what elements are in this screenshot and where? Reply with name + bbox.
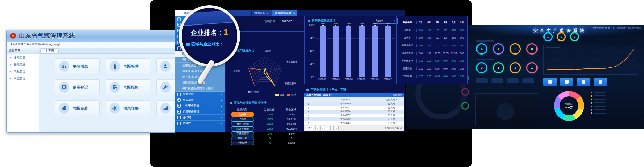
metric-button[interactable]: 平均疲劳 [231,141,254,145]
left-window-main: 主界面 单位信息 气瓶管理 [39,48,176,133]
module-tile[interactable]: 信息预警 [106,100,150,116]
sidebar-subitem[interactable]: 每日轨迹数据统计（测试） [175,86,225,92]
module-tile[interactable]: 气瓶充装 [55,100,100,116]
left-window-titlebar: ★ 山东省气瓶管理系统 [7,30,176,42]
sidebar-group[interactable]: 通行码 ∨ [175,115,225,121]
tile-grid: 单位信息 气瓶管理 [55,58,176,121]
module-tile[interactable] [156,79,176,95]
vehicle-row[interactable]: 3 鲁K96604 已入网 [304,110,404,114]
filter-caret-icon[interactable]: ▼ [395,99,397,101]
first-page-button[interactable]: « [315,126,319,130]
menu-item-label: 系统管理 [14,77,25,81]
query-date-dropdown[interactable]: 2022-07 ▼ [280,18,306,24]
sidebar-subitem[interactable]: 超速统计(基于运政) [175,68,225,74]
expand-plus-icon[interactable]: + [9,77,12,80]
module-tile[interactable]: 单位信息 [55,58,100,74]
next-page-button[interactable]: › [330,126,334,130]
admin-link[interactable]: 后台管理 [616,27,626,30]
module-tile[interactable]: 气瓶管理 [106,58,150,74]
detail-row: 平均疲劳 0 0.018 [226,141,304,146]
module-tile[interactable] [156,100,176,116]
month-value: 0.00 [450,67,458,70]
sidebar-group[interactable]: 整合运单 ∨ [175,97,225,103]
module-tile[interactable]: 使用登记 [55,79,100,95]
menu-item[interactable]: + 系统管理 [7,75,39,82]
row-number: 6 [304,122,312,124]
plate-column-header[interactable]: 车牌号 ⇅ [312,98,379,101]
vehicle-row[interactable]: 1 鲁KA1909 已入网 [304,102,404,106]
vehicle-row[interactable]: 2 鲁KA1117 已入网 [304,106,404,110]
metric-button[interactable]: 入网率 [231,112,254,117]
menu-header: 操作菜单 [7,48,39,54]
plate-number: 鲁KA1909 [312,102,379,106]
detail-row: 上线率 100% 99.91% [226,117,304,122]
tab-close-icon[interactable]: × [293,12,295,15]
bar-slot: 100 [320,26,326,77]
col-region[interactable]: 所在区域 [280,108,302,111]
region-value: 100% [281,113,302,116]
detail-table: 入网率 100% 100% 上线率 100% 99.91% 数据合格率 100%… [226,112,304,145]
metric-button[interactable]: 超速次数 [231,136,254,140]
sidebar-group[interactable]: 扩展服务管理 ∨ [175,109,225,115]
trend-point [322,25,324,26]
vehicle-row[interactable]: 5 鲁KA7005 已入网 [304,117,404,121]
module-tile[interactable]: 气瓶报检 [106,79,150,95]
export-button[interactable]: 导出数据 [393,94,402,97]
logout-link[interactable]: 系统管理退出 [628,27,641,30]
company-value: 0 [259,141,281,145]
tab-main-view[interactable]: 主界面 [40,48,59,53]
network-stats-panel: 联网联控数据统计 入网率 ▼ 100%75%50%25%0% [304,16,468,84]
module-tile[interactable] [156,58,176,74]
last-page-button[interactable]: » [335,126,339,130]
y-tick: 100% [305,24,314,26]
legend-text-bar [594,106,606,107]
x-tick: 2022-02 [318,78,326,80]
task-pill[interactable] [491,78,503,83]
tab-close-icon[interactable]: × [267,12,269,15]
chevron-down-icon: ∨ [221,105,222,107]
chevron-down-icon: ∨ [221,93,222,95]
page-size-select[interactable]: 10 ▼ [306,126,314,130]
prev-page-button[interactable]: ‹ [320,126,324,130]
action-tile[interactable] [594,78,607,86]
menu-item[interactable]: + 气瓶管理 [7,68,39,75]
task-pill[interactable] [522,78,534,83]
radar-label-lower-right: 轨迹完整率 [285,82,296,85]
current-page[interactable]: 1 [325,126,329,130]
bar-slot: 100 [372,26,378,77]
center-main: 查询日期: 2022-07 ▼ 区域与企业对比： 入网率 漂移车辆率 轨 [225,16,405,132]
chevron-down-icon: ∨ [221,122,222,124]
col-company[interactable]: 当前企业 [258,108,280,111]
company-value: 0 [259,137,281,140]
task-pill[interactable] [476,78,488,83]
task-pill[interactable] [507,78,519,83]
metric-button[interactable]: 车辆漂移率 [231,131,254,136]
status-column-header[interactable]: 是否入网 ▼ [379,98,404,101]
sort-icon[interactable]: ⇅ [348,98,350,101]
sidebar-group[interactable]: 资料库 ∨ [175,121,225,126]
row-number: 3 [304,110,312,113]
left-window-title: 山东省气瓶管理系统 [19,32,75,40]
month-value: 100 [458,44,466,47]
expand-plus-icon[interactable]: + [9,70,12,73]
metric-button[interactable]: 轨迹完整率 [231,126,254,131]
expand-plus-icon[interactable]: + [9,63,12,66]
action-tile[interactable] [577,78,590,86]
metric-button[interactable]: 上线率 [231,117,254,122]
sidebar-group[interactable]: 报警管理 ∨ [175,92,225,97]
expand-plus-icon[interactable]: + [9,56,12,59]
vehicle-row[interactable]: 4 鲁KA7637 已入网 [304,114,404,117]
action-tile[interactable] [560,78,573,86]
sidebar-group[interactable]: 主动安全防御 ∨ [175,103,225,109]
content-tab[interactable]: 数据看板 × [252,10,272,16]
action-tile[interactable] [543,78,557,86]
tabs: 数据看板 × 联网联控考核 × [252,10,298,16]
content-tab[interactable]: 联网联控考核 × [272,10,298,16]
detail-title: 区域与企业联网联控详情： [234,101,269,105]
metric-button[interactable]: 数据合格率 [231,122,254,126]
menu-item[interactable]: + 基础信息 [7,61,39,68]
module-tile-icon [59,82,69,93]
menu-item[interactable]: + 通知公告 [7,54,39,61]
legend-item [591,95,606,97]
legend-item [591,102,606,104]
